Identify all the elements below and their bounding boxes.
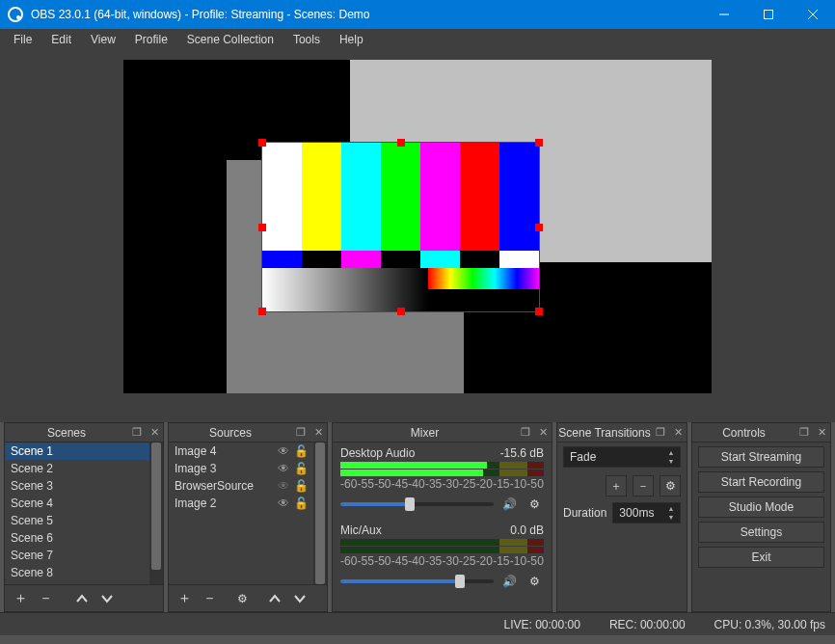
mute-button[interactable]: 🔊 bbox=[499, 495, 519, 514]
volume-slider[interactable] bbox=[340, 502, 494, 506]
resize-handle[interactable] bbox=[535, 308, 543, 315]
lock-icon[interactable]: 🔓 bbox=[294, 496, 308, 510]
add-scene-button[interactable]: ＋ bbox=[9, 588, 32, 609]
resize-handle[interactable] bbox=[258, 139, 266, 147]
remove-scene-button[interactable]: － bbox=[34, 588, 57, 609]
dock-close-button[interactable]: ✕ bbox=[669, 424, 687, 442]
scenes-scrollbar[interactable] bbox=[149, 443, 163, 584]
channel-settings-button[interactable]: ⚙ bbox=[525, 495, 544, 514]
sources-scrollbar[interactable] bbox=[313, 443, 327, 584]
mixer-channel: Desktop Audio -15.6 dB -60-55-50-45-40-3… bbox=[333, 443, 552, 520]
dock-popout-button[interactable]: ❐ bbox=[652, 424, 669, 442]
dock-popout-button[interactable]: ❐ bbox=[128, 424, 146, 442]
source-item[interactable]: Image 4 👁🔓 bbox=[169, 443, 313, 460]
eye-icon[interactable]: 👁 bbox=[277, 496, 290, 510]
source-item[interactable]: Image 2 👁🔓 bbox=[169, 495, 313, 512]
lock-icon[interactable]: 🔓 bbox=[294, 444, 308, 458]
dock-close-button[interactable]: ✕ bbox=[813, 424, 830, 442]
menu-scene-collection[interactable]: Scene Collection bbox=[177, 30, 283, 49]
start-streaming-button[interactable]: Start Streaming bbox=[698, 446, 824, 468]
dock-close-button[interactable]: ✕ bbox=[534, 424, 552, 442]
lock-icon[interactable]: 🔓 bbox=[294, 462, 308, 475]
eye-icon[interactable]: 👁 bbox=[277, 462, 290, 475]
window-minimize-button[interactable] bbox=[702, 0, 746, 29]
channel-level: 0.0 dB bbox=[510, 523, 544, 537]
scene-item[interactable]: Scene 5 bbox=[5, 512, 149, 529]
chevron-down-icon: ▼ bbox=[664, 457, 678, 466]
transition-properties-button[interactable]: ⚙ bbox=[660, 475, 681, 496]
dock-popout-button[interactable]: ❐ bbox=[517, 424, 534, 442]
window-close-button[interactable] bbox=[791, 0, 835, 29]
move-source-up-button[interactable] bbox=[263, 588, 286, 609]
menu-file[interactable]: File bbox=[4, 30, 41, 49]
channel-settings-button[interactable]: ⚙ bbox=[525, 572, 544, 591]
scene-item[interactable]: Scene 3 bbox=[5, 477, 149, 495]
dock-popout-button[interactable]: ❐ bbox=[795, 424, 813, 442]
add-transition-button[interactable]: ＋ bbox=[606, 475, 627, 496]
scene-item[interactable]: Scene 6 bbox=[5, 529, 149, 547]
menu-edit[interactable]: Edit bbox=[41, 30, 81, 49]
menu-view[interactable]: View bbox=[81, 30, 125, 49]
statusbar: LIVE: 00:00:00 REC: 00:00:00 CPU: 0.3%, … bbox=[0, 612, 835, 635]
sources-list[interactable]: Image 4 👁🔓 Image 3 👁🔓 BrowserSource 👁🔓 I… bbox=[169, 443, 313, 584]
exit-button[interactable]: Exit bbox=[698, 547, 824, 568]
menu-tools[interactable]: Tools bbox=[283, 30, 330, 49]
move-scene-up-button[interactable] bbox=[70, 588, 94, 609]
duration-value: 300ms bbox=[619, 506, 654, 520]
resize-handle[interactable] bbox=[535, 139, 543, 147]
mute-button[interactable]: 🔊 bbox=[499, 572, 519, 591]
settings-button[interactable]: Settings bbox=[698, 522, 824, 543]
meter-scale: -60-55-50-45-40-35-30-25-20-15-10-50 bbox=[340, 554, 544, 568]
window-title: OBS 23.0.1 (64-bit, windows) - Profile: … bbox=[31, 8, 702, 21]
resize-handle[interactable] bbox=[258, 308, 266, 315]
window-maximize-button[interactable] bbox=[746, 0, 791, 29]
move-source-down-button[interactable] bbox=[288, 588, 311, 609]
status-rec: REC: 00:00:00 bbox=[609, 618, 686, 631]
remove-transition-button[interactable]: － bbox=[633, 475, 654, 496]
menu-profile[interactable]: Profile bbox=[125, 30, 177, 49]
menu-help[interactable]: Help bbox=[330, 30, 373, 49]
vu-meter bbox=[340, 462, 544, 469]
chevron-down-icon: ▼ bbox=[664, 513, 678, 522]
source-properties-button[interactable]: ⚙ bbox=[230, 588, 254, 609]
eye-icon[interactable]: 👁 bbox=[277, 444, 290, 458]
dock-close-button[interactable]: ✕ bbox=[146, 424, 163, 442]
scene-item[interactable]: Scene 2 bbox=[5, 460, 149, 477]
scenes-list[interactable]: Scene 1 Scene 2 Scene 3 Scene 4 Scene 5 … bbox=[5, 443, 149, 584]
start-recording-button[interactable]: Start Recording bbox=[698, 471, 824, 493]
sources-toolbar: ＋ － ⚙ bbox=[169, 584, 327, 611]
chevron-down-icon bbox=[294, 594, 306, 604]
preview-canvas[interactable] bbox=[123, 60, 712, 393]
resize-handle[interactable] bbox=[397, 308, 405, 315]
vu-meter bbox=[340, 539, 544, 546]
dock-close-button[interactable]: ✕ bbox=[310, 424, 327, 442]
resize-handle[interactable] bbox=[258, 224, 266, 231]
add-source-button[interactable]: ＋ bbox=[173, 588, 196, 609]
smpte-bars-icon bbox=[262, 143, 539, 311]
channel-name: Desktop Audio bbox=[340, 446, 415, 460]
scene-item[interactable]: Scene 1 bbox=[5, 443, 149, 460]
duration-input[interactable]: 300ms ▲▼ bbox=[612, 502, 681, 523]
status-live: LIVE: 00:00:00 bbox=[503, 618, 579, 631]
eye-off-icon[interactable]: 👁 bbox=[277, 479, 290, 493]
dock-popout-button[interactable]: ❐ bbox=[292, 424, 310, 442]
studio-mode-button[interactable]: Studio Mode bbox=[698, 496, 824, 518]
status-cpu: CPU: 0.3%, 30.00 fps bbox=[714, 618, 825, 631]
resize-handle[interactable] bbox=[397, 139, 405, 147]
preview-selected-source[interactable] bbox=[261, 142, 540, 312]
menubar: File Edit View Profile Scene Collection … bbox=[0, 29, 835, 50]
lock-icon[interactable]: 🔓 bbox=[294, 479, 308, 493]
scene-item[interactable]: Scene 8 bbox=[5, 564, 149, 581]
resize-handle[interactable] bbox=[535, 224, 543, 231]
scene-item[interactable]: Scene 4 bbox=[5, 495, 149, 512]
transitions-dock: Scene Transitions ❐ ✕ Fade ▲▼ ＋ － ⚙ Dura… bbox=[556, 422, 687, 612]
transition-select[interactable]: Fade ▲▼ bbox=[563, 446, 681, 468]
source-name: Image 2 bbox=[175, 496, 216, 510]
source-item[interactable]: BrowserSource 👁🔓 bbox=[169, 477, 313, 495]
move-scene-down-button[interactable] bbox=[95, 588, 119, 609]
source-item[interactable]: Image 3 👁🔓 bbox=[169, 460, 313, 477]
preview-area bbox=[0, 50, 835, 422]
scene-item[interactable]: Scene 7 bbox=[5, 547, 149, 564]
volume-slider[interactable] bbox=[340, 579, 494, 583]
remove-source-button[interactable]: － bbox=[198, 588, 221, 609]
